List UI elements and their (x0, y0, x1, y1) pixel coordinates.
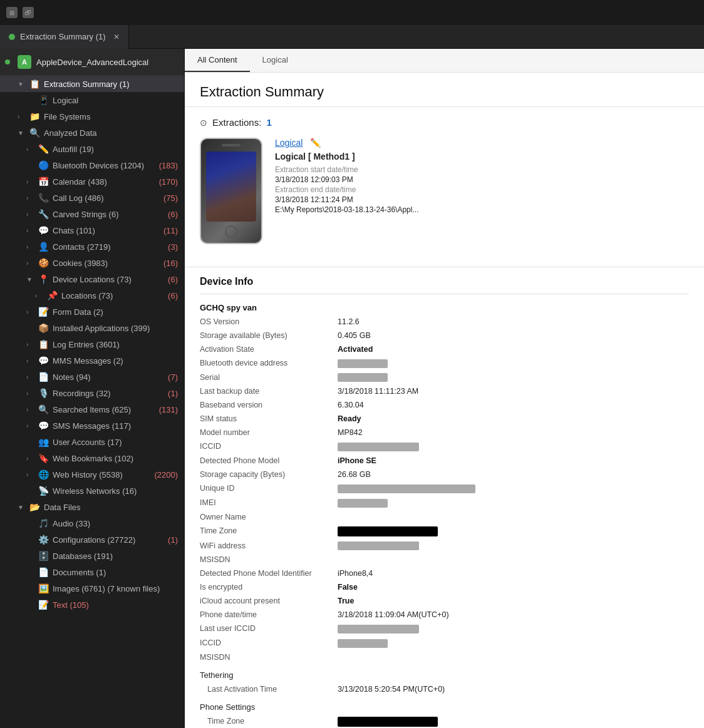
sidebar-item-calendar[interactable]: › 📅 Calendar (438) (170) (0, 173, 184, 190)
field-value (338, 439, 689, 454)
sidebar-item-wireless-networks[interactable]: 📡 Wireless Networks (16) (0, 483, 184, 499)
blurred-value (338, 639, 388, 648)
arrow-icon: › (26, 244, 34, 250)
sidebar-item-label: Text (105) (53, 600, 178, 610)
field-label: Baseband version (200, 398, 338, 412)
arrow-icon: › (26, 357, 34, 364)
count-badge: (170) (159, 177, 178, 187)
blurred-value (338, 484, 475, 493)
sidebar-item-data-files[interactable]: ▼ 📂 Data Files (0, 499, 184, 515)
web-bookmarks-icon: 🔖 (38, 453, 49, 463)
sidebar-item-mms[interactable]: › 💬 MMS Messages (2) (0, 352, 184, 369)
sidebar-item-form-data[interactable]: › 📝 Form Data (2) (0, 304, 184, 320)
sidebar-item-label: User Accounts (17) (53, 438, 178, 447)
sidebar-item-analyzed-data[interactable]: ▼ 🔍 Analyzed Data (0, 125, 184, 141)
sidebar-item-user-accounts[interactable]: 👥 User Accounts (17) (0, 434, 184, 450)
sidebar-item-documents[interactable]: 📄 Documents (1) (0, 564, 184, 580)
field-value: 3/18/2018 11:11:23 AM (338, 384, 689, 398)
chevron-icon[interactable]: ⊙ (200, 118, 207, 128)
sidebar-item-device-locations[interactable]: ▼ 📍 Device Locations (73) (6) (0, 271, 184, 287)
sidebar-item-label: Log Entries (3601) (53, 340, 178, 349)
sidebar-item-installed-applications[interactable]: 📦 Installed Applications (399) (0, 320, 184, 336)
sidebar-item-web-history[interactable]: › 🌐 Web History (5538) (2200) (0, 466, 184, 483)
sidebar-item-label: Contacts (2719) (53, 242, 162, 252)
blurred-value (338, 499, 388, 508)
tab-close-icon[interactable]: ✕ (113, 33, 120, 41)
section-label: Tethering (200, 664, 689, 682)
tab-all-content[interactable]: All Content (185, 49, 250, 72)
extraction-path: E:\My Reports\2018-03-18.13-24-36\Appl..… (275, 205, 689, 214)
arrow-icon: › (26, 455, 34, 462)
sidebar-item-extraction-summary[interactable]: ▼ 📋 Extraction Summary (1) (0, 76, 184, 92)
sidebar-item-configurations[interactable]: ⚙️ Configurations (27722) (1) (0, 531, 184, 548)
blurred-value (338, 359, 388, 368)
grid-icon: ⊞ (6, 7, 18, 18)
sidebar-item-audio[interactable]: 🎵 Audio (33) (0, 515, 184, 531)
sidebar-item-notes[interactable]: › 📄 Notes (94) (7) (0, 369, 184, 385)
arrow-icon: › (26, 390, 34, 397)
contacts-icon: 👤 (38, 242, 49, 252)
table-row: Serial (200, 371, 689, 385)
images-icon: 🖼️ (38, 583, 49, 593)
table-row: Owner Name (200, 510, 689, 524)
arrow-icon: › (18, 113, 25, 120)
extraction-start-value: 3/18/2018 12:09:03 PM (275, 175, 689, 184)
sidebar-item-bluetooth[interactable]: 🔵 Bluetooth Devices (1204) (183) (0, 157, 184, 173)
extractions-label: Extractions: (212, 117, 261, 128)
sidebar-item-cookies[interactable]: › 🍪 Cookies (3983) (16) (0, 255, 184, 271)
tab-logical[interactable]: Logical (250, 49, 301, 72)
tab-extraction-summary[interactable]: Extraction Summary (1) ✕ (0, 25, 129, 49)
field-label: Storage available (Bytes) (200, 329, 338, 342)
sidebar-item-label: Carved Strings (6) (53, 210, 162, 219)
table-row: Phone date/time 3/18/2018 11:09:04 AM(UT… (200, 608, 689, 622)
sidebar-item-label: SMS Messages (117) (53, 421, 178, 431)
sidebar-item-label: Chats (101) (53, 226, 157, 235)
edit-icon[interactable]: ✏️ (310, 138, 321, 148)
chats-icon: 💬 (38, 225, 49, 235)
sidebar-item-log-entries[interactable]: › 📋 Log Entries (3601) (0, 336, 184, 352)
sidebar-item-web-bookmarks[interactable]: › 🔖 Web Bookmarks (102) (0, 450, 184, 466)
arrow-icon: ▼ (18, 130, 25, 136)
sidebar-item-autofill[interactable]: › ✏️ Autofill (19) (0, 141, 184, 157)
content-tabs: All Content Logical (185, 49, 704, 73)
device-locations-icon: 📍 (38, 274, 49, 284)
count-badge: (3) (168, 242, 178, 252)
extraction-card: Logical ✏️ Logical [ Method1 ] Extractio… (200, 138, 689, 244)
redacted-value (338, 526, 438, 536)
configurations-icon: ⚙️ (38, 535, 49, 545)
window-icon: 🗗 (23, 7, 34, 18)
sidebar-item-text[interactable]: 📝 Text (105) (0, 597, 184, 613)
extraction-method: Logical [ Method1 ] (275, 151, 689, 161)
mms-icon: 💬 (38, 356, 49, 366)
sidebar-item-chats[interactable]: › 💬 Chats (101) (11) (0, 222, 184, 238)
sidebar-item-carved-strings[interactable]: › 🔧 Carved Strings (6) (6) (0, 206, 184, 222)
table-row-section: Phone Settings (200, 696, 689, 714)
sidebar-item-searched-items[interactable]: › 🔍 Searched Items (625) (131) (0, 401, 184, 418)
sidebar-item-call-log[interactable]: › 📞 Call Log (486) (75) (0, 190, 184, 206)
sidebar-item-contacts[interactable]: › 👤 Contacts (2719) (3) (0, 238, 184, 255)
extraction-end-value: 3/18/2018 12:11:24 PM (275, 195, 689, 204)
sidebar-item-label: Web History (5538) (53, 470, 148, 479)
count-badge: (131) (159, 405, 178, 414)
sidebar-item-file-systems[interactable]: › 📁 File Systems (0, 108, 184, 125)
sidebar-item-locations[interactable]: › 📌 Locations (73) (6) (0, 287, 184, 304)
sidebar-item-images[interactable]: 🖼️ Images (6761) (7 known files) (0, 580, 184, 597)
extraction-link[interactable]: Logical (275, 138, 303, 148)
sidebar-device[interactable]: A AppleDevice_AdvancedLogical (0, 49, 184, 76)
table-row: OS Version 11.2.6 (200, 315, 689, 329)
arrow-icon: › (26, 195, 34, 202)
locations-icon: 📌 (46, 290, 58, 300)
searched-items-icon: 🔍 (38, 404, 49, 414)
field-label: ICCID (200, 439, 338, 454)
sidebar-item-recordings[interactable]: › 🎙️ Recordings (32) (1) (0, 385, 184, 401)
sidebar-item-logical[interactable]: 📱 Logical (0, 92, 184, 108)
table-row: GCHQ spy van (200, 300, 689, 315)
sidebar-item-sms[interactable]: › 💬 SMS Messages (117) (0, 418, 184, 434)
sidebar-item-label: Notes (94) (53, 372, 162, 382)
sidebar-item-databases[interactable]: 🗄️ Databases (191) (0, 548, 184, 564)
text-icon: 📝 (38, 600, 49, 610)
field-label: OS Version (200, 315, 338, 329)
phone-screen (206, 151, 256, 222)
field-label: Owner Name (200, 510, 338, 524)
extraction-info: Logical ✏️ Logical [ Method1 ] Extractio… (275, 138, 689, 244)
